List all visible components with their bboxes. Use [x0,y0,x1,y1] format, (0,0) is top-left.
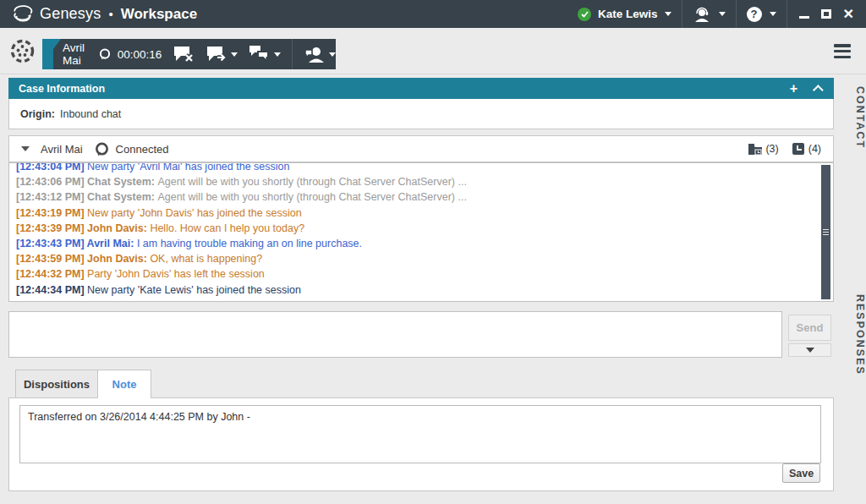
collapse-chevron-up-icon[interactable] [813,85,824,96]
interaction-accent-stripe [42,39,53,69]
origin-label: Origin: [20,108,55,120]
chat-text: Party 'John Davis' has left the session [87,268,265,280]
window-maximize-button[interactable] [821,9,831,19]
interaction-timer: 00:00:16 [118,48,162,61]
chat-timestamp: [12:44:32 PM] [16,268,87,280]
chat-text: OK, what is happening? [150,253,262,265]
party-action-menu-button[interactable] [304,45,336,63]
app-titlebar: Genesys • Workspace Kate Lewis [0,0,866,28]
transcript-scrollbar[interactable] [821,165,830,299]
case-history-toggle[interactable]: (3) [748,142,778,156]
chevron-down-icon [329,52,336,57]
chat-text: New party 'John Davis' has joined the se… [87,207,302,219]
transfer-chat-button[interactable] [206,45,238,63]
active-interaction-bar[interactable]: Avril Mai 00:00:16 [42,39,336,69]
agent-settings-menu[interactable] [682,0,736,28]
chat-line: [12:43:43 PM] Avril Mai: I am having tro… [16,236,828,251]
note-panel: Transferred on 3/26/2014 4:44:25 PM by J… [8,397,834,491]
user-name: Kate Lewis [598,8,658,20]
product-name: Workspace [121,6,197,23]
add-case-data-button[interactable]: + [790,82,797,96]
side-tab-responses[interactable]: RESPONSES [834,293,866,377]
interaction-party-icon[interactable] [9,38,36,64]
chat-sender: John Davis: [87,253,150,265]
scrollbar-grip [823,229,829,237]
window-minimize-button[interactable] [799,16,809,19]
note-input[interactable]: Transferred on 3/26/2014 4:44:25 PM by J… [19,405,821,463]
chat-line: [12:43:04 PM] New party 'Avril Mai' has … [16,162,828,174]
chat-text: Agent will be with you shortly (through … [157,191,466,203]
chat-timestamp: [12:43:04 PM] [16,162,87,173]
case-information-title: Case Information [19,83,105,95]
user-status-menu[interactable]: Kate Lewis [567,0,682,28]
window-close-button[interactable]: ✕ [843,8,854,21]
chat-media-icon [99,45,111,63]
save-button[interactable]: Save [782,463,820,483]
consult-chat-button[interactable] [249,45,281,63]
chat-line: [12:44:32 PM] Party 'John Davis' has lef… [16,266,828,282]
send-button[interactable]: Send [788,315,831,341]
chat-text: I am having trouble making an on line pu… [137,238,362,249]
chat-line: [12:43:06 PM] Chat System: Agent will be… [16,174,828,189]
message-input[interactable] [8,311,782,358]
chat-timestamp: [12:43:06 PM] [16,176,87,188]
chevron-down-icon [770,12,776,16]
chat-line: [12:43:59 PM] John Davis: OK, what is ha… [16,251,828,266]
chat-line: [12:43:12 PM] Chat System: Agent will be… [16,189,828,205]
chat-media-icon [95,142,109,156]
history-count: (3) [765,143,778,155]
chat-timestamp: [12:43:19 PM] [16,207,87,219]
status-available-icon [578,8,591,21]
chat-timestamp: [12:43:39 PM] [16,222,87,234]
origin-value: Inbound chat [60,108,121,120]
chat-timestamp: [12:44:34 PM] [16,284,87,296]
chat-line: [12:43:19 PM] New party 'John Davis' has… [16,205,828,221]
chevron-down-icon [806,348,814,353]
tab-note[interactable]: Note [98,370,151,398]
chat-line: [12:43:39 PM] John Davis: Hello. How can… [16,221,828,236]
clock-icon [791,142,806,156]
chat-line: [12:44:34 PM] New party 'Kate Lewis' has… [16,282,828,298]
hamburger-menu-icon[interactable] [834,44,851,58]
chevron-down-icon [719,12,726,16]
chat-sender: Chat System: [87,191,157,203]
party-status: Connected [116,143,169,156]
chat-timestamp: [12:43:59 PM] [16,253,87,265]
bottom-tabs: Dispositions Note [8,370,151,397]
brand: Genesys • Workspace [0,4,197,25]
chevron-down-icon [665,12,671,16]
interaction-party-name: Avril Mai [63,41,90,67]
history-folder-icon [748,142,763,156]
genesys-logo-icon [11,4,34,25]
brand-separator: • [108,7,112,21]
chat-transcript-panel[interactable]: [12:43:04 PM] New party 'Avril Mai' has … [8,162,834,302]
interaction-toolbar: Avril Mai 00:00:16 [0,28,866,74]
party-status-bar[interactable]: Avril Mai Connected (3) (4) [8,135,834,162]
party-name: Avril Mai [41,143,83,156]
chat-sender: Avril Mai: [87,238,137,249]
case-origin-row: Origin: Inbound chat [8,99,834,129]
chat-timestamp: [12:43:43 PM] [16,238,87,249]
end-chat-button[interactable] [173,45,195,63]
side-panel-strip: CONTACT RESPONSES [834,74,866,504]
chat-text: New party 'Kate Lewis' has joined the se… [87,284,301,296]
case-information-header: Case Information + [8,78,834,99]
send-options-button[interactable] [788,343,831,357]
chat-text: Hello. How can I help you today? [150,222,304,234]
chat-sender: Chat System: [87,176,157,188]
headset-agent-icon [693,6,711,23]
help-icon: ? [747,7,762,22]
chat-sender: John Davis: [87,222,150,234]
party-expand-chevron-icon[interactable] [21,146,30,151]
tab-dispositions[interactable]: Dispositions [15,370,98,397]
chevron-down-icon [274,52,281,57]
chevron-down-icon [231,52,238,57]
pending-actions-toggle[interactable]: (4) [791,142,821,156]
chat-text: New party 'Avril Mai' has joined the ses… [87,162,289,173]
chat-text: Agent will be with you shortly (through … [157,176,466,188]
side-tab-contact[interactable]: CONTACT [834,79,866,156]
help-menu[interactable]: ? [737,0,787,28]
pending-count: (4) [808,143,821,155]
brand-name: Genesys [40,5,101,23]
divider [292,39,293,69]
